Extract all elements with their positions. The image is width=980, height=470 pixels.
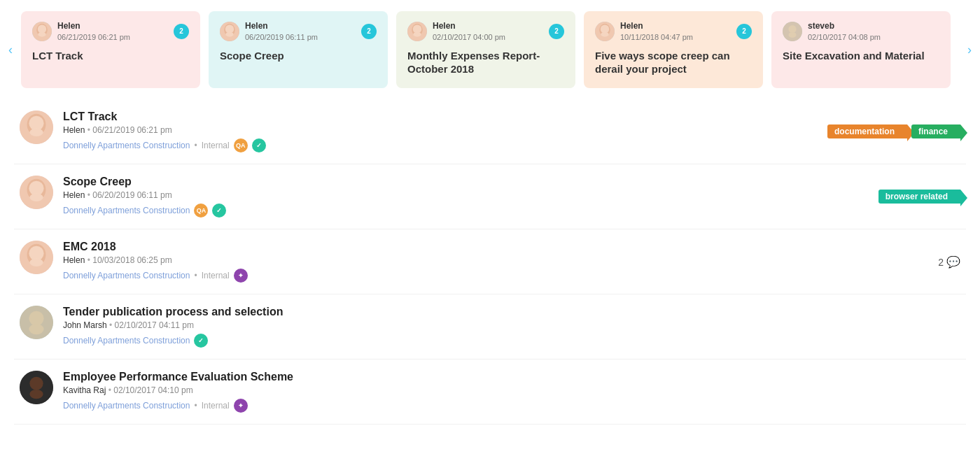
card-badge: 2 — [174, 24, 189, 39]
card-user-date: 02/10/2017 04:00 pm — [433, 32, 505, 42]
svg-point-33 — [29, 324, 43, 334]
project-link[interactable]: Donnelly Apartments Construction — [63, 401, 190, 411]
list-section: LCT Track Helen • 06/21/2019 06:21 pm Do… — [0, 99, 980, 425]
mini-avatar: ✓ — [252, 138, 266, 152]
card-user-name: steveb — [808, 21, 881, 32]
list-item-sub: Donnelly Apartments Construction •Intern… — [63, 138, 960, 152]
tag: browser related — [878, 190, 960, 204]
list-item-title: Scope Creep — [63, 176, 960, 188]
project-link[interactable]: Donnelly Apartments Construction — [63, 336, 190, 346]
svg-point-11 — [413, 32, 421, 37]
mini-avatar: ✦ — [234, 269, 248, 283]
card-avatar — [220, 22, 239, 41]
list-avatar — [20, 371, 53, 404]
list-avatar — [20, 176, 53, 209]
list-item: Scope Creep Helen • 06/20/2019 06:11 pm … — [14, 164, 966, 229]
list-item-content: Employee Performance Evaluation Scheme K… — [63, 371, 960, 413]
list-avatar — [20, 306, 53, 339]
item-user: Helen — [63, 190, 85, 200]
card-user-date: 10/11/2018 04:47 pm — [620, 32, 693, 42]
tag: documentation — [827, 124, 907, 138]
svg-point-22 — [29, 128, 43, 136]
item-user: Kavitha Raj — [63, 385, 106, 395]
carousel-card-card-1[interactable]: Helen 06/21/2019 06:21 pm 2 LCT Track — [21, 11, 200, 88]
visibility-label: Internal — [202, 401, 230, 411]
comment-number: 2 💬 — [938, 255, 960, 269]
carousel-card-card-3[interactable]: Helen 02/10/2017 04:00 pm 2 Monthly Expe… — [396, 11, 575, 88]
item-tags: browser related — [878, 190, 960, 204]
card-user-name: Helen — [620, 21, 693, 32]
project-link[interactable]: Donnelly Apartments Construction — [63, 141, 190, 150]
project-link[interactable]: Donnelly Apartments Construction — [63, 271, 190, 280]
carousel-prev-button[interactable]: ‹ — [3, 40, 18, 60]
item-tags: documentationfinance — [827, 124, 960, 138]
list-item-meta: Helen • 10/03/2018 06:25 pm — [63, 255, 960, 265]
tag: finance — [911, 124, 960, 138]
carousel-card-card-4[interactable]: Helen 10/11/2018 04:47 pm 2 Five ways sc… — [584, 11, 763, 88]
carousel-card-card-5[interactable]: steveb 02/10/2017 04:08 pm Site Excavati… — [771, 11, 951, 88]
card-badge: 2 — [736, 24, 752, 39]
card-user-name: Helen — [433, 21, 505, 32]
comment-count: 2 💬 — [938, 255, 960, 269]
svg-point-3 — [38, 32, 46, 37]
card-user-date: 02/10/2017 04:08 pm — [808, 32, 881, 42]
card-user-date: 06/21/2019 06:21 pm — [57, 32, 130, 42]
visibility-label: Internal — [202, 141, 230, 150]
card-title: Monthly Expenses Report- October 2018 — [407, 49, 564, 76]
list-item: LCT Track Helen • 06/21/2019 06:21 pm Do… — [14, 99, 966, 164]
svg-point-17 — [788, 25, 796, 33]
card-user-date: 06/20/2019 06:11 pm — [245, 32, 318, 42]
list-item-sub: Donnelly Apartments Construction •Intern… — [63, 269, 960, 283]
item-user: John Marsh — [63, 320, 107, 330]
list-item-title: Tender publication process and selection — [63, 306, 960, 318]
card-badge: 2 — [549, 24, 564, 39]
list-item-content: Tender publication process and selection… — [63, 306, 960, 348]
carousel-section: ‹ Helen 06/21/2019 06:21 pm 2 LCT Track — [0, 0, 980, 99]
list-item: Employee Performance Evaluation Scheme K… — [14, 359, 966, 425]
svg-point-32 — [29, 311, 43, 326]
mini-avatar: ✦ — [234, 399, 248, 413]
svg-point-36 — [29, 390, 43, 399]
card-title: Scope Creep — [220, 49, 377, 63]
list-item-sub: Donnelly Apartments Construction QA✓ — [63, 204, 960, 218]
list-item-content: EMC 2018 Helen • 10/03/2018 06:25 pm Don… — [63, 241, 960, 283]
comment-icon: 💬 — [946, 255, 960, 269]
item-user: Helen — [63, 125, 85, 135]
mini-avatar: ✓ — [212, 204, 226, 218]
svg-point-30 — [29, 258, 43, 266]
card-avatar — [783, 22, 802, 41]
list-item-sub: Donnelly Apartments Construction •Intern… — [63, 399, 960, 413]
card-avatar — [595, 22, 615, 41]
project-link[interactable]: Donnelly Apartments Construction — [63, 206, 190, 215]
item-user: Helen — [63, 255, 85, 265]
card-title: Five ways scope creep can derail your pr… — [595, 49, 752, 76]
card-badge: 2 — [361, 24, 377, 39]
mini-avatar: ✓ — [194, 334, 208, 348]
list-item-meta: Helen • 06/21/2019 06:21 pm — [63, 125, 960, 135]
list-item-meta: Helen • 06/20/2019 06:11 pm — [63, 190, 960, 200]
svg-point-35 — [29, 377, 43, 390]
list-avatar — [20, 241, 53, 274]
list-item-meta: John Marsh • 02/10/2017 04:11 pm — [63, 320, 960, 330]
list-item-content: LCT Track Helen • 06/21/2019 06:21 pm Do… — [63, 111, 960, 152]
list-item: EMC 2018 Helen • 10/03/2018 06:25 pm Don… — [14, 229, 966, 294]
card-avatar — [32, 22, 52, 41]
list-item-title: LCT Track — [63, 111, 960, 123]
mini-avatar: QA — [234, 138, 248, 152]
svg-point-18 — [788, 32, 796, 38]
card-user-name: Helen — [57, 21, 130, 32]
card-user-name: Helen — [245, 21, 318, 32]
list-item-title: Employee Performance Evaluation Scheme — [63, 371, 960, 383]
svg-point-7 — [225, 32, 233, 37]
card-avatar — [407, 22, 427, 41]
card-title: Site Excavation and Material — [783, 49, 939, 63]
carousel-next-button[interactable]: › — [962, 40, 977, 60]
svg-point-15 — [601, 32, 608, 37]
list-item-title: EMC 2018 — [63, 241, 960, 253]
carousel-card-card-2[interactable]: Helen 06/20/2019 06:11 pm 2 Scope Creep — [209, 11, 388, 88]
list-item-meta: Kavitha Raj • 02/10/2017 04:10 pm — [63, 385, 960, 395]
svg-point-26 — [29, 193, 43, 201]
list-item: Tender publication process and selection… — [14, 294, 966, 359]
visibility-label: Internal — [202, 271, 230, 280]
mini-avatar: QA — [194, 204, 208, 218]
